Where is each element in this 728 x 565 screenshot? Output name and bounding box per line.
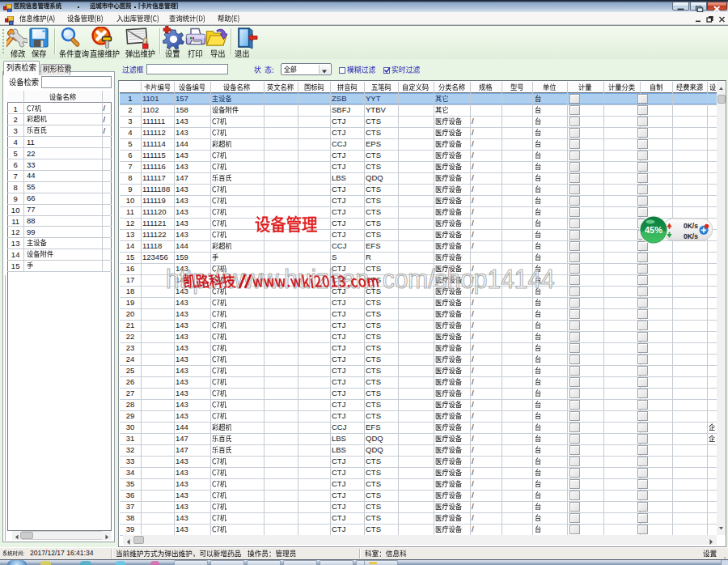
svg-text:0K/s: 0K/s [684, 222, 698, 230]
svg-text:45%: 45% [645, 225, 662, 235]
svg-text:0K/s: 0K/s [684, 232, 698, 240]
